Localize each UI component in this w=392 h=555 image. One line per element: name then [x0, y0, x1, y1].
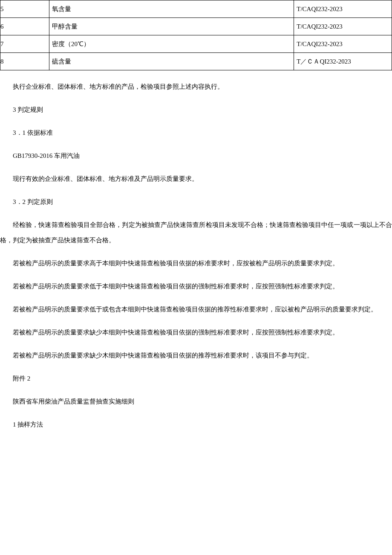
row-standard: T／ＣＡQI232-2023 [294, 53, 392, 70]
subsection-heading: 3．1 依据标准 [0, 125, 392, 140]
paragraph: 现行有效的企业标准、团体标准、地方标准及产品明示质量要求。 [0, 171, 392, 186]
table-row: 6 甲醇含量 T/CAQI232-2023 [0, 18, 392, 35]
row-item: 氧含量 [49, 0, 294, 18]
paragraph: GB17930-2016 车用汽油 [0, 148, 392, 163]
subsection-heading: 3．2 判定原则 [0, 194, 392, 209]
document-body: 执行企业标准、团体标准、地方标准的产品，检验项目参照上述内容执行。 3 判定规则… [0, 79, 392, 432]
paragraph: 若被检产品明示的质量要求缺少本细则中快速筛查检验项目依据的强制性标准要求时，应按… [0, 325, 392, 340]
table-row: 5 氧含量 T/CAQI232-2023 [0, 0, 392, 18]
row-number: 6 [0, 18, 49, 35]
section-heading: 3 判定规则 [0, 102, 392, 117]
paragraph: 若被检产品明示的质量要求低于或包含本细则中快速筛查检验项目依据的推荐性标准要求时… [0, 302, 392, 317]
paragraph: 执行企业标准、团体标准、地方标准的产品，检验项目参照上述内容执行。 [0, 79, 392, 94]
document-content: 5 氧含量 T/CAQI232-2023 6 甲醇含量 T/CAQI232-20… [0, 0, 392, 432]
paragraph: 若被检产品明示的质量要求低于本细则中快速筛查检验项目依据的强制性标准要求时，应按… [0, 279, 392, 294]
table-row: 7 密度（20℃） T/CAQI232-2023 [0, 35, 392, 53]
row-number: 5 [0, 0, 49, 18]
row-number: 7 [0, 35, 49, 53]
table-row: 8 硫含量 T／ＣＡQI232-2023 [0, 53, 392, 70]
inspection-table: 5 氧含量 T/CAQI232-2023 6 甲醇含量 T/CAQI232-20… [0, 0, 392, 70]
paragraph: 经检验，快速筛查检验项目全部合格，判定为被抽查产品快速筛查所检项目未发现不合格；… [0, 217, 392, 248]
row-standard: T/CAQI232-2023 [294, 0, 392, 18]
row-item: 硫含量 [49, 53, 294, 70]
section-heading: 1 抽样方法 [0, 417, 392, 432]
row-item: 密度（20℃） [49, 35, 294, 53]
row-standard: T/CAQI232-2023 [294, 35, 392, 53]
paragraph: 若被检产品明示的质量要求高于本细则中快速筛查检验项目依据的标准要求时，应按被检产… [0, 256, 392, 271]
attachment-title: 陕西省车用柴油产品质量监督抽查实施细则 [0, 394, 392, 409]
paragraph: 若被检产品明示的质量要求缺少木细则中快速筛查检验项目依据的推荐性标准要求时，该项… [0, 348, 392, 363]
attachment-label: 附件 2 [0, 371, 392, 386]
row-number: 8 [0, 53, 49, 70]
row-item: 甲醇含量 [49, 18, 294, 35]
row-standard: T/CAQI232-2023 [294, 18, 392, 35]
